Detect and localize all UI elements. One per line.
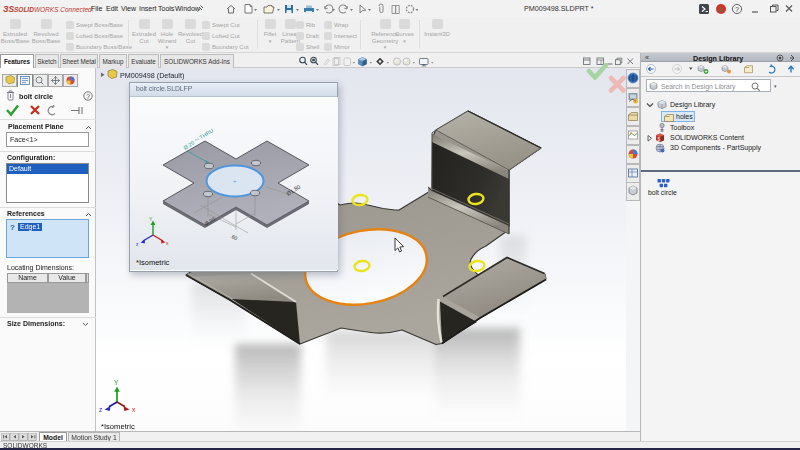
svg-text:?: ? <box>735 6 739 13</box>
svg-text:?: ? <box>86 93 90 100</box>
svg-text:*Isometric: *Isometric <box>136 258 170 267</box>
svg-text:Y: Y <box>114 379 119 386</box>
svg-text:SOLIDWORKS Connected: SOLIDWORKS Connected <box>14 6 92 13</box>
svg-text:S: S <box>658 137 661 142</box>
svg-text:+: + <box>233 178 237 184</box>
svg-text:ЗS: ЗS <box>3 4 14 14</box>
svg-text:z: z <box>99 406 102 413</box>
svg-text:PM009498 (Default): PM009498 (Default) <box>120 71 184 80</box>
svg-text:*Isometric: *Isometric <box>101 422 135 431</box>
